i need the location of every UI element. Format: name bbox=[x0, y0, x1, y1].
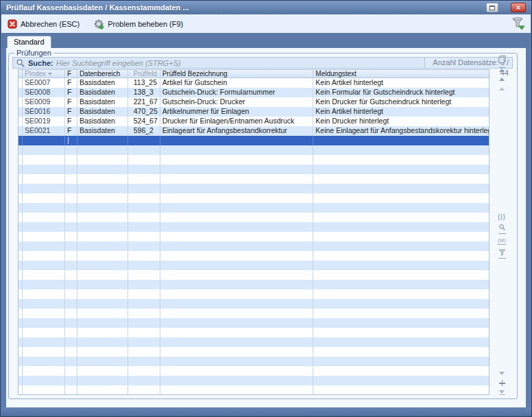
filter-rows-icon[interactable] bbox=[494, 249, 510, 258]
fix-problem-button-label: Problem beheben (F9) bbox=[108, 20, 183, 28]
table-cell bbox=[160, 184, 314, 193]
empty-row[interactable] bbox=[19, 299, 489, 309]
table-cell bbox=[160, 155, 314, 165]
expression-icon[interactable]: {|} bbox=[494, 212, 510, 221]
table-cell: Kein Drucker hinterlegt bbox=[313, 117, 489, 126]
filter-button[interactable] bbox=[509, 16, 527, 32]
match-mode-icon[interactable]: (M) bbox=[494, 237, 510, 246]
empty-row[interactable] bbox=[19, 203, 489, 213]
table-cell bbox=[313, 280, 489, 289]
maximize-icon bbox=[489, 5, 495, 10]
column-header[interactable]: Prüffeld bbox=[128, 70, 160, 78]
content-area: Prüfungen Suche: Anzahl Datensätze: 6 / … bbox=[6, 48, 526, 407]
insert-row-icon[interactable] bbox=[494, 379, 510, 388]
page-up-icon[interactable] bbox=[494, 84, 510, 93]
table-row[interactable]: SE0021FBasisdaten596_2Einlageart für Anf… bbox=[19, 126, 489, 136]
table-cell bbox=[77, 385, 128, 395]
table-cell bbox=[313, 299, 489, 309]
empty-row[interactable] bbox=[19, 165, 489, 174]
empty-row[interactable] bbox=[19, 270, 489, 280]
table-cell: 596_2 bbox=[128, 126, 160, 136]
empty-row[interactable] bbox=[19, 213, 489, 222]
empty-row[interactable] bbox=[19, 347, 489, 357]
table-cell: Gutschein-Druck: Formularnummer bbox=[160, 88, 314, 97]
column-header[interactable]: PIndex bbox=[23, 70, 65, 78]
empty-row[interactable] bbox=[19, 376, 489, 385]
maximize-button[interactable] bbox=[486, 3, 498, 12]
empty-row[interactable] bbox=[19, 232, 489, 241]
table-row[interactable]: SE0007FBasisdaten113_25Artikel für Gutsc… bbox=[19, 78, 489, 88]
empty-row[interactable] bbox=[19, 280, 489, 289]
table-cell bbox=[77, 213, 128, 222]
column-chooser-icon[interactable] bbox=[494, 55, 510, 64]
close-button[interactable]: × bbox=[511, 3, 526, 12]
table-cell bbox=[313, 366, 489, 376]
table-cell bbox=[65, 155, 77, 165]
empty-row[interactable] bbox=[19, 261, 489, 270]
column-header[interactable]: Prüffeld Bezeichnung bbox=[160, 70, 314, 78]
empty-row[interactable] bbox=[19, 145, 489, 155]
table-cell bbox=[313, 251, 489, 261]
table-cell bbox=[65, 251, 77, 261]
table-cell bbox=[128, 136, 160, 145]
search-input[interactable] bbox=[56, 59, 424, 67]
empty-row[interactable] bbox=[19, 241, 489, 251]
table-cell bbox=[128, 328, 160, 337]
table-cell bbox=[160, 280, 314, 289]
table-cell bbox=[65, 261, 77, 270]
empty-row[interactable] bbox=[19, 251, 489, 261]
empty-row[interactable] bbox=[19, 184, 489, 193]
table-cell bbox=[65, 289, 77, 299]
empty-row[interactable] bbox=[19, 385, 489, 395]
window-bottom-frame bbox=[1, 407, 531, 416]
tab-standard[interactable]: Standard bbox=[7, 36, 51, 49]
empty-row[interactable] bbox=[19, 318, 489, 328]
table-row[interactable]: SE0008FBasisdaten138_3Gutschein-Druck: F… bbox=[19, 88, 489, 97]
scroll-up-icon[interactable] bbox=[494, 75, 510, 84]
table-cell bbox=[160, 222, 314, 232]
table-cell bbox=[313, 347, 489, 357]
table-cell bbox=[313, 165, 489, 174]
grid-header: PIndexFDatenbereichPrüffeldPrüffeld Beze… bbox=[19, 70, 489, 78]
zoom-icon[interactable] bbox=[494, 224, 510, 233]
table-row[interactable]: SE0016FBasisdaten470_25Artikelnummer für… bbox=[19, 107, 489, 117]
table-cell bbox=[23, 347, 65, 357]
column-header[interactable]: Datenbereich bbox=[77, 70, 128, 78]
fix-problem-button[interactable]: Problem beheben (F9) bbox=[91, 17, 185, 31]
table-cell bbox=[160, 357, 314, 366]
empty-row[interactable] bbox=[19, 337, 489, 347]
column-header[interactable]: F bbox=[65, 70, 77, 78]
empty-row[interactable] bbox=[19, 222, 489, 232]
empty-row[interactable] bbox=[19, 366, 489, 376]
column-header[interactable]: Meldungstext bbox=[313, 70, 489, 78]
empty-row[interactable] bbox=[19, 328, 489, 337]
table-cell bbox=[313, 337, 489, 347]
scroll-bottom-icon[interactable] bbox=[494, 388, 510, 397]
table-cell bbox=[77, 328, 128, 337]
table-cell bbox=[65, 203, 77, 213]
table-cell bbox=[65, 184, 77, 193]
scroll-top-icon[interactable] bbox=[494, 65, 510, 74]
table-cell bbox=[313, 232, 489, 241]
empty-row[interactable] bbox=[19, 357, 489, 366]
table-row[interactable]: SE0019FBasisdaten524_67Drucker für Einla… bbox=[19, 117, 489, 126]
table-cell bbox=[77, 261, 128, 270]
cancel-button[interactable]: Abbrechen (ESC) bbox=[5, 18, 82, 30]
table-cell bbox=[128, 251, 160, 261]
empty-row[interactable] bbox=[19, 193, 489, 203]
empty-row[interactable] bbox=[19, 309, 489, 318]
empty-row[interactable] bbox=[19, 155, 489, 165]
table-cell bbox=[23, 318, 65, 328]
empty-row[interactable] bbox=[19, 289, 489, 299]
table-row[interactable]: SE0009FBasisdaten221_67Gutschein-Druck: … bbox=[19, 97, 489, 107]
scroll-down-icon[interactable] bbox=[494, 369, 510, 378]
table-cell: 221_67 bbox=[128, 97, 160, 107]
table-cell: Einlageart für Anfangsbestandkorrektur bbox=[160, 126, 314, 136]
table-cell bbox=[160, 203, 314, 213]
selected-row[interactable] bbox=[19, 136, 489, 145]
table-cell: Basisdaten bbox=[77, 117, 128, 126]
empty-row[interactable] bbox=[19, 174, 489, 184]
table-cell bbox=[65, 309, 77, 318]
table-cell bbox=[65, 232, 77, 241]
cancel-icon bbox=[8, 19, 17, 29]
